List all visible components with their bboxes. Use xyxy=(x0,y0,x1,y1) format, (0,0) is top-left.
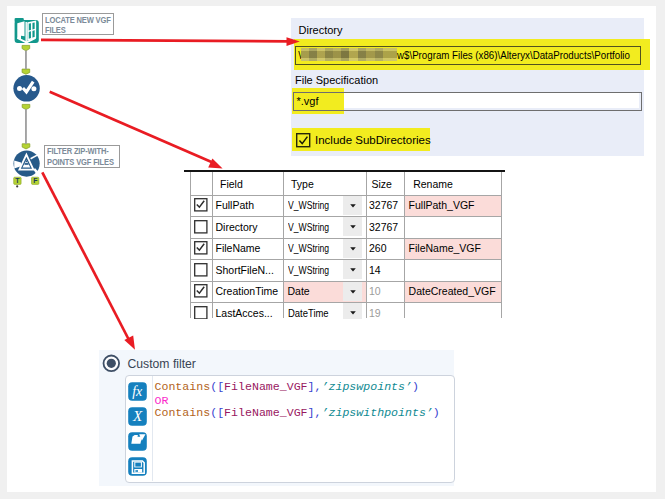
svg-text:F: F xyxy=(33,177,38,184)
svg-text:T: T xyxy=(15,177,20,184)
